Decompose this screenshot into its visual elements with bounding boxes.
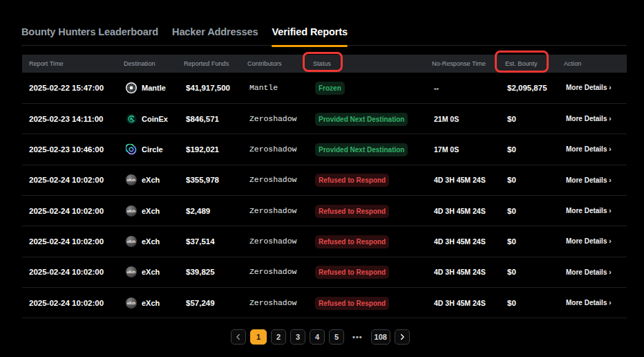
svg-text:eXch: eXch bbox=[127, 239, 135, 244]
svg-text:eXch: eXch bbox=[127, 209, 135, 213]
svg-text:eXch: eXch bbox=[127, 270, 135, 274]
svg-text:eXch: eXch bbox=[127, 301, 135, 305]
svg-text:eXch: eXch bbox=[127, 178, 135, 182]
